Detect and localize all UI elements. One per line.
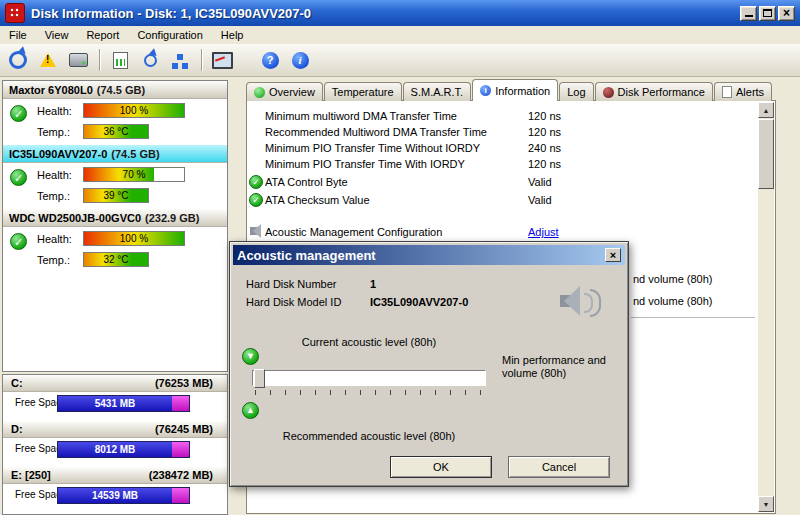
ok-button[interactable]: OK: [390, 456, 492, 478]
info-label: Recommended Multiword DMA Transfer Time: [265, 126, 487, 138]
free-space-bar-end: [172, 442, 189, 457]
menu-file[interactable]: File: [0, 28, 36, 42]
disk-header[interactable]: WDC WD2500JB-00GVC0 (232.9 GB): [3, 209, 227, 227]
temp-value: 32 °C: [84, 253, 148, 266]
partition-size: (238472 MB): [149, 469, 213, 481]
current-level-label: Current acoustic level (80h): [252, 336, 486, 348]
partition-name: D:: [11, 423, 23, 435]
info-value: 120 ns: [528, 158, 561, 170]
tab-smart[interactable]: S.M.A.R.T.: [403, 82, 472, 101]
partition-header[interactable]: D: (76245 MB): [3, 421, 227, 438]
app-window: Disk Information - Disk: 1, IC35L090AVV2…: [0, 0, 800, 515]
info-label: ATA Checksum Value: [265, 194, 370, 206]
info-value: Valid: [528, 176, 552, 188]
health-warning-button[interactable]: [34, 47, 62, 73]
info-value: 120 ns: [528, 110, 561, 122]
health-bar: 100 %: [83, 103, 185, 118]
disk-entry[interactable]: Maxtor 6Y080L0 (74.5 GB) Health: 100 % T…: [3, 81, 227, 145]
adjust-link[interactable]: Adjust: [528, 226, 559, 238]
scroll-up-button[interactable]: ▲: [758, 102, 774, 118]
partition-header[interactable]: C: (76253 MB): [3, 375, 227, 392]
temp-bar: 36 °C: [83, 124, 149, 139]
cancel-button[interactable]: Cancel: [508, 456, 610, 478]
about-button[interactable]: [286, 47, 314, 73]
hard-disk-model-label: Hard Disk Model ID: [246, 296, 341, 308]
hard-disk-number-label: Hard Disk Number: [246, 278, 336, 290]
free-space-value: 8012 MB: [58, 442, 172, 457]
slider-ticks: [255, 390, 485, 395]
info-row: ATA Checksum Value Valid: [247, 193, 755, 209]
acoustic-level-slider[interactable]: [252, 370, 486, 386]
partition-entry[interactable]: D: (76245 MB) Free Space 8012 MB: [3, 421, 227, 467]
overview-icon: [254, 87, 265, 98]
tab-log[interactable]: Log: [559, 82, 593, 101]
minimize-button[interactable]: [740, 6, 757, 21]
free-space-bar: 14539 MB: [57, 487, 190, 504]
tab-label: Log: [567, 86, 585, 98]
scroll-down-button[interactable]: ▼: [758, 496, 774, 512]
health-label: Health:: [37, 105, 83, 117]
tab-label: Information: [495, 85, 550, 97]
vertical-scrollbar[interactable]: ▲ ▼: [758, 102, 774, 512]
menu-bar: File View Report Configuration Help: [0, 26, 800, 45]
info-row: Minimum PIO Transfer Time Without IORDY …: [247, 141, 755, 157]
health-value: 100 %: [84, 232, 184, 245]
menu-help[interactable]: Help: [212, 28, 253, 42]
health-bar: 70 %: [83, 167, 185, 182]
disk-size: (74.5 GB): [97, 84, 145, 96]
tab-information[interactable]: Information: [472, 79, 558, 101]
disk-name: WDC WD2500JB-00GVC0: [9, 212, 141, 224]
hard-disk-number-value: 1: [370, 278, 376, 290]
dialog-close-button[interactable]: [605, 248, 621, 262]
partition-header[interactable]: E: [250] (238472 MB): [3, 467, 227, 484]
maximize-button[interactable]: [759, 6, 776, 21]
partition-entry[interactable]: C: (76253 MB) Free Space 5431 MB: [3, 375, 227, 421]
temp-value: 39 °C: [84, 189, 148, 202]
tab-overview[interactable]: Overview: [246, 82, 323, 101]
disk-entry[interactable]: IC35L090AVV207-0 (74.5 GB) Health: 70 % …: [3, 145, 227, 209]
menu-report[interactable]: Report: [77, 28, 128, 42]
disk-button[interactable]: [64, 47, 92, 73]
help-icon: [262, 52, 279, 69]
health-value: 70 %: [84, 168, 184, 181]
scrollbar-thumb[interactable]: [758, 119, 774, 189]
menu-configuration[interactable]: Configuration: [128, 28, 211, 42]
help-button[interactable]: [256, 47, 284, 73]
disk-size: (74.5 GB): [111, 148, 159, 160]
report-designer-button[interactable]: [208, 47, 236, 73]
info-icon: [292, 52, 309, 69]
disk-ok-icon: [10, 105, 27, 122]
tab-alerts[interactable]: Alerts: [714, 82, 772, 101]
menu-view[interactable]: View: [36, 28, 78, 42]
toolbar-separator: [201, 49, 203, 71]
min-performance-note: Min performance and volume (80h): [502, 354, 620, 380]
dialog-titlebar: Acoustic management: [233, 245, 625, 265]
disk-header[interactable]: Maxtor 6Y080L0 (74.5 GB): [3, 81, 227, 99]
report-icon: [113, 52, 128, 69]
tab-label: Disk Performance: [618, 86, 705, 98]
tab-label: Overview: [269, 86, 315, 98]
temp-label: Temp.:: [37, 126, 83, 138]
refresh-disk-button[interactable]: [136, 47, 164, 73]
decrease-arrow-icon[interactable]: [242, 348, 259, 365]
tab-disk-performance[interactable]: Disk Performance: [595, 82, 713, 101]
tab-temperature[interactable]: Temperature: [324, 82, 402, 101]
temp-label: Temp.:: [37, 254, 83, 266]
increase-arrow-icon[interactable]: [242, 402, 259, 419]
info-row: Minimum multiword DMA Transfer Time 120 …: [247, 109, 755, 125]
network-button[interactable]: [166, 47, 194, 73]
section-divider: [631, 317, 755, 318]
tab-strip: Overview Temperature S.M.A.R.T. Informat…: [246, 80, 773, 101]
recommended-level-label: Recommended acoustic level (80h): [252, 430, 486, 442]
free-space-bar-end: [172, 488, 189, 503]
refresh-button[interactable]: [4, 47, 32, 73]
info-label: Minimum PIO Transfer Time With IORDY: [265, 158, 465, 170]
disk-entry[interactable]: WDC WD2500JB-00GVC0 (232.9 GB) Health: 1…: [3, 209, 227, 273]
partition-free-row: Free Space 8012 MB: [3, 438, 227, 460]
report-button[interactable]: [106, 47, 134, 73]
slider-thumb[interactable]: [254, 369, 265, 388]
speaker-small-icon: [250, 227, 258, 235]
close-button[interactable]: [778, 6, 795, 21]
disk-header-selected[interactable]: IC35L090AVV207-0 (74.5 GB): [3, 145, 227, 163]
partition-entry[interactable]: E: [250] (238472 MB) Free Space 14539 MB: [3, 467, 227, 506]
